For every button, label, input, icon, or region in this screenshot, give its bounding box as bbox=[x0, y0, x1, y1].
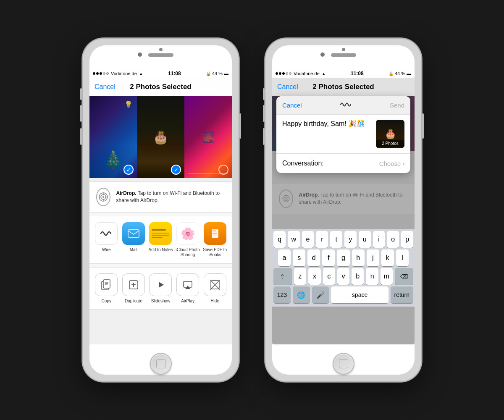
app-item-wire[interactable]: Wire bbox=[93, 222, 120, 257]
front-camera bbox=[138, 52, 142, 57]
keyboard-row-2: a s d f g h j k l bbox=[272, 248, 415, 266]
airplay-label: AirPlay bbox=[181, 299, 194, 303]
right-power-button[interactable] bbox=[422, 113, 424, 139]
slideshow-label: Slideshow bbox=[151, 299, 171, 303]
wire-choose-button[interactable]: Choose › bbox=[379, 160, 404, 167]
key-y[interactable]: y bbox=[344, 231, 357, 248]
mute-button[interactable] bbox=[80, 88, 82, 100]
keyboard: q w e r t y u i o p a s d f g bbox=[272, 229, 415, 307]
key-z[interactable]: z bbox=[294, 268, 306, 285]
key-i[interactable]: i bbox=[373, 231, 385, 248]
delete-key[interactable]: ⌫ bbox=[395, 268, 413, 285]
phones-container: Vodafone.de ▲ 11:08 🔒 44 % ▬ Cancel 2 Ph… bbox=[82, 38, 422, 382]
signal-dot-5 bbox=[106, 72, 109, 75]
key-j[interactable]: j bbox=[367, 249, 379, 266]
svg-rect-10 bbox=[213, 232, 218, 232]
key-d[interactable]: d bbox=[307, 249, 320, 266]
right-volume-down[interactable] bbox=[263, 128, 265, 145]
key-g[interactable]: g bbox=[337, 249, 349, 266]
photo-check-1[interactable]: ✓ bbox=[123, 165, 134, 175]
right-screen: Vodafone.de ▲ 11:08 🔒 44 % ▬ Cancel 2 Ph… bbox=[272, 69, 415, 344]
action-copy[interactable]: Copy bbox=[93, 273, 120, 303]
photos-label: iCloud Photo Sharing bbox=[174, 247, 202, 257]
return-key[interactable]: return bbox=[391, 286, 413, 303]
key-l[interactable]: l bbox=[396, 249, 409, 266]
right-mute-button[interactable] bbox=[263, 88, 265, 100]
keyboard-row-3: ⇧ z x c v b n m ⌫ bbox=[272, 266, 415, 285]
numbers-key[interactable]: 123 bbox=[273, 286, 291, 303]
key-m[interactable]: m bbox=[381, 268, 393, 285]
right-battery-icon: ▬ bbox=[407, 71, 411, 76]
photo-3[interactable]: 🌉 bbox=[184, 96, 232, 178]
key-p[interactable]: p bbox=[401, 231, 413, 248]
key-o[interactable]: o bbox=[387, 231, 399, 248]
globe-key[interactable]: 🌐 bbox=[293, 286, 310, 303]
wire-send-button[interactable]: Send bbox=[390, 102, 404, 109]
key-t[interactable]: t bbox=[330, 231, 342, 248]
wire-chevron-icon: › bbox=[402, 160, 404, 167]
photo-2[interactable]: 🎂 ✓ bbox=[137, 96, 184, 178]
key-n[interactable]: n bbox=[366, 268, 378, 285]
svg-point-2 bbox=[102, 196, 104, 198]
status-bar: Vodafone.de ▲ 11:08 🔒 44 % ▬ bbox=[89, 69, 232, 78]
key-x[interactable]: x bbox=[308, 268, 320, 285]
key-h[interactable]: h bbox=[352, 249, 365, 266]
photos-icon: 🌸 bbox=[176, 222, 199, 245]
action-airplay[interactable]: AirPlay bbox=[174, 273, 202, 303]
space-key[interactable]: space bbox=[331, 286, 388, 303]
notes-label: Add to Notes bbox=[149, 247, 173, 252]
right-lock: 🔒 bbox=[388, 71, 394, 76]
wifi-icon: ▲ bbox=[139, 71, 143, 76]
action-duplicate[interactable]: Duplicate bbox=[120, 273, 147, 303]
key-c[interactable]: c bbox=[323, 268, 335, 285]
cancel-button[interactable]: Cancel bbox=[94, 83, 116, 91]
carrier-label: Vodafone.de bbox=[111, 71, 137, 76]
volume-up-button[interactable] bbox=[80, 105, 82, 122]
photo-check-2[interactable]: ✓ bbox=[171, 165, 181, 175]
key-w[interactable]: w bbox=[288, 231, 300, 248]
right-home-button[interactable] bbox=[333, 353, 354, 375]
hide-icon bbox=[204, 273, 226, 296]
microphone-key[interactable]: 🎤 bbox=[312, 286, 329, 303]
wire-conversation[interactable]: Conversation: Choose › bbox=[276, 153, 410, 173]
action-hide[interactable]: Hide bbox=[201, 273, 228, 303]
key-b[interactable]: b bbox=[352, 268, 364, 285]
battery-percent: 44 % bbox=[212, 71, 223, 76]
key-f[interactable]: f bbox=[322, 249, 335, 266]
key-s[interactable]: s bbox=[293, 249, 305, 266]
wire-cancel-button[interactable]: Cancel bbox=[282, 102, 302, 109]
speaker-dot bbox=[159, 48, 163, 51]
home-button[interactable] bbox=[150, 353, 172, 375]
power-button[interactable] bbox=[239, 113, 241, 139]
volume-down-button[interactable] bbox=[80, 128, 82, 145]
page-title: 2 Photos Selected bbox=[130, 83, 191, 91]
right-speaker-dot bbox=[342, 48, 345, 51]
app-item-photos[interactable]: 🌸 iCloud Photo Sharing bbox=[174, 222, 202, 257]
key-k[interactable]: k bbox=[381, 249, 394, 266]
app-item-mail[interactable]: Mail bbox=[120, 222, 147, 257]
right-battery-pct: 44 % bbox=[395, 71, 405, 76]
right-cancel-button[interactable]: Cancel bbox=[277, 83, 298, 91]
action-slideshow[interactable]: Slideshow bbox=[147, 273, 174, 303]
app-item-ibooks[interactable]: Save PDF to iBooks bbox=[201, 222, 228, 257]
wire-photo-count: 2 Photos bbox=[376, 140, 404, 147]
nav-bar: Cancel 2 Photos Selected bbox=[89, 78, 232, 96]
key-q[interactable]: q bbox=[273, 231, 286, 248]
r-signal-1 bbox=[276, 72, 278, 75]
key-a[interactable]: a bbox=[278, 249, 291, 266]
r-signal-2 bbox=[279, 72, 281, 75]
shift-key[interactable]: ⇧ bbox=[273, 268, 292, 285]
svg-rect-13 bbox=[103, 280, 110, 288]
hide-label: Hide bbox=[210, 299, 219, 303]
key-r[interactable]: r bbox=[316, 231, 328, 248]
key-e[interactable]: e bbox=[302, 231, 314, 248]
keyboard-bottom-row: 123 🌐 🎤 space return bbox=[272, 285, 415, 307]
key-v[interactable]: v bbox=[337, 268, 349, 285]
ibooks-icon bbox=[204, 222, 226, 245]
app-item-notes[interactable]: Add to Notes bbox=[147, 222, 174, 257]
right-volume-up[interactable] bbox=[263, 105, 265, 122]
photo-check-3[interactable] bbox=[218, 165, 228, 175]
photo-1[interactable]: 🎄 💡 ✓ bbox=[89, 96, 137, 178]
key-u[interactable]: u bbox=[359, 231, 371, 248]
wire-label: Wire bbox=[102, 247, 111, 252]
